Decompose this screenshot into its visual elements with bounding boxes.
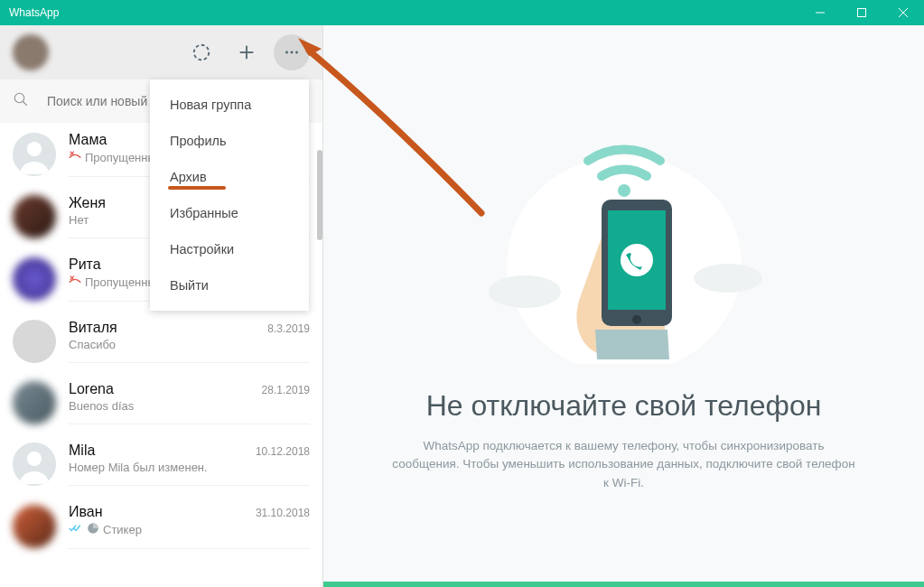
chat-body: Иван31.10.2018Стикер	[69, 504, 310, 549]
maximize-button[interactable]	[841, 0, 882, 25]
chat-body: Виталя8.3.2019Спасибо	[69, 320, 310, 363]
search-icon	[13, 91, 29, 111]
chat-preview: Стикер	[69, 522, 310, 537]
chat-date: 10.12.2018	[256, 445, 310, 458]
menu-item-0[interactable]: Новая группа	[150, 87, 309, 123]
menu-item-3[interactable]: Избранные	[150, 195, 309, 231]
close-button[interactable]	[882, 0, 924, 25]
landing-heading: Не отключайте свой телефон	[426, 389, 822, 423]
svg-point-7	[285, 51, 288, 54]
landing-text: WhatsApp подключается к вашему телефону,…	[389, 437, 859, 492]
read-ticks-icon	[69, 523, 83, 536]
chat-avatar	[13, 443, 56, 486]
chat-avatar	[13, 320, 56, 363]
window-controls	[799, 0, 924, 25]
chat-preview-text: Buenos días	[69, 399, 134, 413]
accent-stripe	[323, 582, 924, 587]
chat-preview: Buenos días	[69, 399, 310, 413]
dropdown-menu: Новая группаПрофильАрхивИзбранныеНастрой…	[150, 79, 309, 311]
sticker-icon	[87, 522, 99, 537]
svg-point-20	[618, 184, 630, 197]
chat-body: Mila10.12.2018Номер Mila был изменен.	[69, 443, 310, 486]
window-title: WhatsApp	[0, 6, 59, 19]
main: МамаПропущенный звонокЖеняНетРитаПропуще…	[0, 25, 924, 587]
scrollbar[interactable]	[317, 150, 322, 240]
chat-avatar	[13, 133, 56, 176]
chat-name: Mila	[69, 443, 95, 459]
chat-name: Женя	[69, 195, 106, 211]
chat-avatar	[13, 381, 56, 424]
missed-call-icon	[69, 275, 81, 290]
chat-row[interactable]: Иван31.10.2018Стикер	[0, 495, 322, 558]
chat-date: 8.3.2019	[267, 322, 310, 335]
chat-preview-text: Стикер	[103, 523, 142, 536]
chat-preview: Номер Mila был изменен.	[69, 461, 310, 474]
chat-body: Lorena28.1.2019Buenos días	[69, 381, 310, 424]
menu-item-2[interactable]: Архив	[150, 159, 309, 195]
landing-pane: Не отключайте свой телефон WhatsApp подк…	[323, 25, 924, 587]
chat-date: 28.1.2019	[262, 384, 310, 396]
minimize-button[interactable]	[799, 0, 841, 25]
menu-highlight	[168, 186, 226, 190]
sidebar-header	[0, 25, 322, 79]
svg-point-19	[694, 264, 762, 293]
svg-line-11	[23, 101, 27, 106]
chat-name: Lorena	[69, 381, 114, 397]
svg-point-10	[14, 93, 24, 103]
svg-rect-1	[858, 9, 866, 17]
chat-preview-text: Номер Mila был изменен.	[69, 461, 208, 474]
chat-row[interactable]: Виталя8.3.2019Спасибо	[0, 311, 322, 372]
chat-row[interactable]: Lorena28.1.2019Buenos días	[0, 372, 322, 433]
chat-name: Мама	[69, 132, 107, 148]
new-chat-icon[interactable]	[229, 34, 265, 70]
my-avatar[interactable]	[13, 34, 49, 70]
chat-avatar	[13, 257, 56, 301]
chat-name: Виталя	[69, 320, 117, 336]
status-icon[interactable]	[183, 34, 219, 70]
chat-avatar	[13, 505, 56, 548]
svg-point-23	[621, 244, 653, 276]
chat-preview-text: Нет	[69, 213, 89, 227]
chat-name: Рита	[69, 256, 101, 273]
menu-icon[interactable]	[274, 34, 310, 70]
svg-point-18	[489, 275, 561, 308]
svg-point-8	[291, 51, 294, 54]
menu-item-5[interactable]: Выйти	[150, 267, 309, 303]
chat-preview-text: Спасибо	[69, 338, 116, 351]
menu-item-1[interactable]: Профиль	[150, 123, 309, 159]
chat-date: 31.10.2018	[256, 507, 310, 519]
menu-item-4[interactable]: Настройки	[150, 231, 309, 267]
sidebar: МамаПропущенный звонокЖеняНетРитаПропуще…	[0, 25, 323, 587]
svg-point-13	[27, 142, 42, 156]
chat-name: Иван	[69, 504, 103, 520]
chat-row[interactable]: Mila10.12.2018Номер Mila был изменен.	[0, 433, 322, 495]
landing-illustration	[480, 120, 769, 364]
svg-point-4	[194, 45, 210, 61]
chat-preview: Спасибо	[69, 338, 310, 351]
missed-call-icon	[69, 150, 81, 165]
svg-point-15	[27, 452, 42, 466]
svg-point-24	[632, 315, 641, 324]
svg-point-9	[295, 51, 298, 54]
chat-avatar	[13, 195, 56, 238]
titlebar: WhatsApp	[0, 0, 924, 25]
